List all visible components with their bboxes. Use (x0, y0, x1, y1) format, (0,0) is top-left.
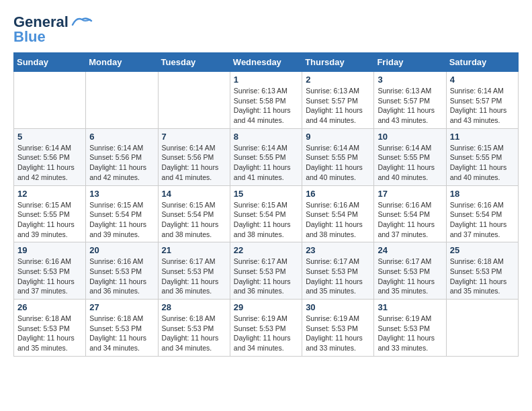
calendar-cell: 30Sunrise: 6:19 AMSunset: 5:53 PMDayligh… (302, 300, 374, 357)
day-number: 11 (450, 132, 515, 142)
calendar-cell: 1Sunrise: 6:13 AMSunset: 5:58 PMDaylight… (230, 72, 302, 129)
day-info: Sunrise: 6:16 AMSunset: 5:54 PMDaylight:… (378, 200, 442, 240)
day-number: 28 (162, 302, 226, 312)
day-number: 9 (306, 132, 370, 142)
weekday-header-friday: Friday (374, 53, 446, 72)
calendar-cell (446, 300, 518, 357)
day-number: 7 (162, 132, 226, 142)
calendar-week-3: 12Sunrise: 6:15 AMSunset: 5:55 PMDayligh… (14, 185, 519, 242)
day-number: 21 (162, 245, 226, 255)
day-info: Sunrise: 6:16 AMSunset: 5:53 PMDaylight:… (17, 257, 82, 296)
calendar-cell: 20Sunrise: 6:16 AMSunset: 5:53 PMDayligh… (86, 242, 158, 300)
calendar-week-2: 5Sunrise: 6:14 AMSunset: 5:56 PMDaylight… (14, 128, 519, 185)
day-number: 18 (450, 189, 515, 199)
day-number: 26 (17, 302, 82, 312)
weekday-header-sunday: Sunday (14, 53, 86, 72)
calendar-week-1: 1Sunrise: 6:13 AMSunset: 5:58 PMDaylight… (14, 72, 519, 129)
calendar-cell: 22Sunrise: 6:17 AMSunset: 5:53 PMDayligh… (230, 242, 302, 300)
day-number: 5 (17, 132, 82, 142)
day-number: 4 (450, 75, 515, 85)
day-info: Sunrise: 6:13 AMSunset: 5:57 PMDaylight:… (306, 86, 370, 126)
calendar-cell: 31Sunrise: 6:19 AMSunset: 5:53 PMDayligh… (374, 300, 446, 357)
day-number: 13 (89, 189, 154, 199)
calendar-cell: 13Sunrise: 6:15 AMSunset: 5:54 PMDayligh… (86, 185, 158, 242)
day-number: 30 (306, 302, 370, 312)
calendar-cell: 14Sunrise: 6:15 AMSunset: 5:54 PMDayligh… (158, 185, 230, 242)
weekday-header-saturday: Saturday (446, 53, 518, 72)
day-number: 8 (234, 132, 298, 142)
calendar-cell: 29Sunrise: 6:19 AMSunset: 5:53 PMDayligh… (230, 300, 302, 357)
day-info: Sunrise: 6:15 AMSunset: 5:54 PMDaylight:… (234, 200, 298, 240)
day-info: Sunrise: 6:17 AMSunset: 5:53 PMDaylight:… (378, 257, 442, 296)
day-info: Sunrise: 6:14 AMSunset: 5:56 PMDaylight:… (162, 143, 226, 183)
day-info: Sunrise: 6:13 AMSunset: 5:57 PMDaylight:… (378, 86, 442, 126)
calendar-cell (14, 72, 86, 129)
day-number: 14 (162, 189, 226, 199)
calendar-cell: 15Sunrise: 6:15 AMSunset: 5:54 PMDayligh… (230, 185, 302, 242)
day-info: Sunrise: 6:15 AMSunset: 5:54 PMDaylight:… (89, 200, 154, 240)
day-info: Sunrise: 6:14 AMSunset: 5:57 PMDaylight:… (450, 86, 515, 126)
day-info: Sunrise: 6:13 AMSunset: 5:58 PMDaylight:… (234, 86, 298, 126)
day-info: Sunrise: 6:18 AMSunset: 5:53 PMDaylight:… (162, 314, 226, 353)
day-number: 22 (234, 245, 298, 255)
calendar-cell: 12Sunrise: 6:15 AMSunset: 5:55 PMDayligh… (14, 185, 86, 242)
calendar-cell: 26Sunrise: 6:18 AMSunset: 5:53 PMDayligh… (14, 300, 86, 357)
day-number: 3 (378, 75, 442, 85)
calendar-cell: 18Sunrise: 6:16 AMSunset: 5:54 PMDayligh… (446, 185, 518, 242)
day-number: 25 (450, 245, 515, 255)
calendar-cell: 19Sunrise: 6:16 AMSunset: 5:53 PMDayligh… (14, 242, 86, 300)
day-number: 1 (234, 75, 298, 85)
day-number: 20 (89, 245, 154, 255)
day-info: Sunrise: 6:14 AMSunset: 5:56 PMDaylight:… (89, 143, 154, 183)
calendar-cell: 6Sunrise: 6:14 AMSunset: 5:56 PMDaylight… (86, 128, 158, 185)
day-number: 2 (306, 75, 370, 85)
day-info: Sunrise: 6:17 AMSunset: 5:53 PMDaylight:… (234, 257, 298, 296)
calendar-week-5: 26Sunrise: 6:18 AMSunset: 5:53 PMDayligh… (14, 300, 519, 357)
calendar-week-4: 19Sunrise: 6:16 AMSunset: 5:53 PMDayligh… (14, 242, 519, 300)
weekday-header-row: SundayMondayTuesdayWednesdayThursdayFrid… (14, 53, 519, 72)
calendar-cell: 23Sunrise: 6:17 AMSunset: 5:53 PMDayligh… (302, 242, 374, 300)
calendar-cell: 17Sunrise: 6:16 AMSunset: 5:54 PMDayligh… (374, 185, 446, 242)
calendar-table: SundayMondayTuesdayWednesdayThursdayFrid… (13, 52, 519, 357)
calendar-cell: 25Sunrise: 6:18 AMSunset: 5:53 PMDayligh… (446, 242, 518, 300)
calendar-cell: 27Sunrise: 6:18 AMSunset: 5:53 PMDayligh… (86, 300, 158, 357)
logo-blue-text: Blue (13, 28, 46, 46)
day-info: Sunrise: 6:19 AMSunset: 5:53 PMDaylight:… (306, 314, 370, 353)
calendar-cell: 5Sunrise: 6:14 AMSunset: 5:56 PMDaylight… (14, 128, 86, 185)
calendar-cell: 28Sunrise: 6:18 AMSunset: 5:53 PMDayligh… (158, 300, 230, 357)
day-number: 19 (17, 245, 82, 255)
logo-bird-icon (71, 15, 93, 29)
day-number: 15 (234, 189, 298, 199)
day-number: 27 (89, 302, 154, 312)
day-number: 31 (378, 302, 442, 312)
day-info: Sunrise: 6:16 AMSunset: 5:53 PMDaylight:… (89, 257, 154, 296)
day-info: Sunrise: 6:18 AMSunset: 5:53 PMDaylight:… (89, 314, 154, 353)
calendar-cell: 3Sunrise: 6:13 AMSunset: 5:57 PMDaylight… (374, 72, 446, 129)
calendar-cell: 9Sunrise: 6:14 AMSunset: 5:55 PMDaylight… (302, 128, 374, 185)
day-info: Sunrise: 6:19 AMSunset: 5:53 PMDaylight:… (234, 314, 298, 353)
day-number: 24 (378, 245, 442, 255)
day-info: Sunrise: 6:14 AMSunset: 5:56 PMDaylight:… (17, 143, 82, 183)
day-info: Sunrise: 6:18 AMSunset: 5:53 PMDaylight:… (450, 257, 515, 296)
day-info: Sunrise: 6:15 AMSunset: 5:54 PMDaylight:… (162, 200, 226, 240)
calendar-cell (158, 72, 230, 129)
weekday-header-wednesday: Wednesday (230, 53, 302, 72)
calendar-cell: 2Sunrise: 6:13 AMSunset: 5:57 PMDaylight… (302, 72, 374, 129)
calendar-cell: 21Sunrise: 6:17 AMSunset: 5:53 PMDayligh… (158, 242, 230, 300)
calendar-cell: 10Sunrise: 6:14 AMSunset: 5:55 PMDayligh… (374, 128, 446, 185)
calendar-cell: 16Sunrise: 6:16 AMSunset: 5:54 PMDayligh… (302, 185, 374, 242)
calendar-cell (86, 72, 158, 129)
day-info: Sunrise: 6:14 AMSunset: 5:55 PMDaylight:… (378, 143, 442, 183)
day-number: 6 (89, 132, 154, 142)
weekday-header-tuesday: Tuesday (158, 53, 230, 72)
day-info: Sunrise: 6:14 AMSunset: 5:55 PMDaylight:… (234, 143, 298, 183)
calendar-cell: 7Sunrise: 6:14 AMSunset: 5:56 PMDaylight… (158, 128, 230, 185)
day-info: Sunrise: 6:17 AMSunset: 5:53 PMDaylight:… (162, 257, 226, 296)
day-info: Sunrise: 6:16 AMSunset: 5:54 PMDaylight:… (306, 200, 370, 240)
calendar-cell: 4Sunrise: 6:14 AMSunset: 5:57 PMDaylight… (446, 72, 518, 129)
day-info: Sunrise: 6:16 AMSunset: 5:54 PMDaylight:… (450, 200, 515, 240)
logo: General Blue (13, 13, 93, 46)
calendar-cell: 11Sunrise: 6:15 AMSunset: 5:55 PMDayligh… (446, 128, 518, 185)
day-info: Sunrise: 6:18 AMSunset: 5:53 PMDaylight:… (17, 314, 82, 353)
day-info: Sunrise: 6:19 AMSunset: 5:53 PMDaylight:… (378, 314, 442, 353)
